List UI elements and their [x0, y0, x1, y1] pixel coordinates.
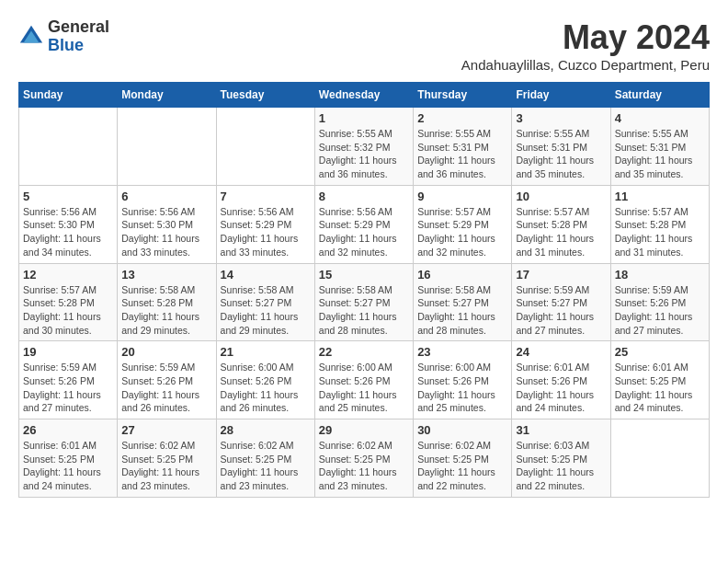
calendar-cell: [19, 108, 118, 186]
day-info: Sunrise: 5:59 AM Sunset: 5:26 PM Dayligh…: [23, 361, 113, 415]
calendar-cell: [118, 108, 216, 186]
calendar-cell: 19Sunrise: 5:59 AM Sunset: 5:26 PM Dayli…: [19, 341, 118, 419]
day-info: Sunrise: 5:58 AM Sunset: 5:28 PM Dayligh…: [121, 283, 211, 338]
calendar-cell: 12Sunrise: 5:57 AM Sunset: 5:28 PM Dayli…: [19, 263, 118, 341]
day-number: 21: [221, 345, 311, 359]
day-number: 16: [417, 268, 507, 282]
day-info: Sunrise: 5:59 AM Sunset: 5:27 PM Dayligh…: [516, 283, 606, 338]
day-number: 18: [615, 268, 705, 282]
logo-blue: Blue: [48, 37, 109, 55]
day-number: 11: [615, 190, 705, 203]
day-info: Sunrise: 5:56 AM Sunset: 5:29 PM Dayligh…: [319, 205, 409, 259]
calendar-cell: [216, 108, 314, 186]
calendar-header: SundayMondayTuesdayWednesdayThursdayFrid…: [19, 83, 710, 108]
day-header-tuesday: Tuesday: [216, 83, 314, 108]
week-row-5: 26Sunrise: 6:01 AM Sunset: 5:25 PM Dayli…: [19, 419, 710, 498]
calendar-cell: 11Sunrise: 5:57 AM Sunset: 5:28 PM Dayli…: [610, 185, 709, 263]
calendar-cell: 1Sunrise: 5:55 AM Sunset: 5:32 PM Daylig…: [314, 108, 413, 186]
day-info: Sunrise: 6:02 AM Sunset: 5:25 PM Dayligh…: [121, 439, 211, 493]
day-header-saturday: Saturday: [610, 83, 709, 108]
day-info: Sunrise: 5:56 AM Sunset: 5:30 PM Dayligh…: [121, 205, 211, 259]
day-number: 12: [23, 268, 113, 282]
calendar-cell: 15Sunrise: 5:58 AM Sunset: 5:27 PM Dayli…: [314, 263, 413, 341]
calendar-cell: 31Sunrise: 6:03 AM Sunset: 5:25 PM Dayli…: [512, 419, 610, 498]
day-info: Sunrise: 5:56 AM Sunset: 5:29 PM Dayligh…: [221, 205, 311, 259]
day-info: Sunrise: 6:02 AM Sunset: 5:25 PM Dayligh…: [319, 439, 409, 493]
day-number: 26: [23, 423, 113, 437]
day-info: Sunrise: 5:57 AM Sunset: 5:29 PM Dayligh…: [417, 205, 507, 259]
calendar-cell: [610, 419, 709, 498]
day-number: 23: [417, 345, 507, 359]
calendar-cell: 16Sunrise: 5:58 AM Sunset: 5:27 PM Dayli…: [414, 263, 512, 341]
calendar-body: 1Sunrise: 5:55 AM Sunset: 5:32 PM Daylig…: [19, 108, 710, 498]
day-header-thursday: Thursday: [414, 83, 512, 108]
logo: General Blue: [18, 18, 109, 55]
day-info: Sunrise: 5:58 AM Sunset: 5:27 PM Dayligh…: [319, 283, 409, 338]
calendar-table: SundayMondayTuesdayWednesdayThursdayFrid…: [18, 82, 710, 498]
day-header-monday: Monday: [118, 83, 216, 108]
calendar-cell: 7Sunrise: 5:56 AM Sunset: 5:29 PM Daylig…: [216, 185, 314, 263]
day-info: Sunrise: 5:58 AM Sunset: 5:27 PM Dayligh…: [221, 283, 311, 338]
day-number: 27: [121, 423, 211, 437]
calendar-cell: 10Sunrise: 5:57 AM Sunset: 5:28 PM Dayli…: [512, 185, 610, 263]
day-info: Sunrise: 5:55 AM Sunset: 5:31 PM Dayligh…: [417, 127, 507, 181]
day-number: 29: [319, 423, 409, 437]
day-info: Sunrise: 5:59 AM Sunset: 5:26 PM Dayligh…: [615, 283, 705, 338]
day-info: Sunrise: 6:03 AM Sunset: 5:25 PM Dayligh…: [516, 439, 606, 493]
calendar-cell: 21Sunrise: 6:00 AM Sunset: 5:26 PM Dayli…: [216, 341, 314, 419]
logo-text: General Blue: [48, 18, 109, 55]
day-number: 24: [516, 345, 606, 359]
calendar-cell: 3Sunrise: 5:55 AM Sunset: 5:31 PM Daylig…: [512, 108, 610, 186]
calendar-cell: 25Sunrise: 6:01 AM Sunset: 5:25 PM Dayli…: [610, 341, 709, 419]
month-title: May 2024: [461, 18, 710, 57]
day-info: Sunrise: 5:55 AM Sunset: 5:31 PM Dayligh…: [516, 127, 606, 181]
day-number: 5: [23, 190, 113, 203]
calendar-cell: 22Sunrise: 6:00 AM Sunset: 5:26 PM Dayli…: [314, 341, 413, 419]
calendar-cell: 26Sunrise: 6:01 AM Sunset: 5:25 PM Dayli…: [19, 419, 118, 498]
calendar-cell: 6Sunrise: 5:56 AM Sunset: 5:30 PM Daylig…: [118, 185, 216, 263]
day-number: 15: [319, 268, 409, 282]
calendar-cell: 2Sunrise: 5:55 AM Sunset: 5:31 PM Daylig…: [414, 108, 512, 186]
calendar-cell: 13Sunrise: 5:58 AM Sunset: 5:28 PM Dayli…: [118, 263, 216, 341]
day-info: Sunrise: 6:02 AM Sunset: 5:25 PM Dayligh…: [221, 439, 311, 493]
day-number: 10: [516, 190, 606, 203]
day-number: 20: [121, 345, 211, 359]
day-number: 6: [121, 190, 211, 203]
calendar-cell: 29Sunrise: 6:02 AM Sunset: 5:25 PM Dayli…: [314, 419, 413, 498]
day-info: Sunrise: 5:56 AM Sunset: 5:30 PM Dayligh…: [23, 205, 113, 259]
day-info: Sunrise: 5:55 AM Sunset: 5:31 PM Dayligh…: [615, 127, 705, 181]
day-info: Sunrise: 6:01 AM Sunset: 5:26 PM Dayligh…: [516, 361, 606, 415]
day-number: 30: [417, 423, 507, 437]
calendar-cell: 14Sunrise: 5:58 AM Sunset: 5:27 PM Dayli…: [216, 263, 314, 341]
calendar-cell: 18Sunrise: 5:59 AM Sunset: 5:26 PM Dayli…: [610, 263, 709, 341]
day-number: 31: [516, 423, 606, 437]
day-number: 22: [319, 345, 409, 359]
day-header-sunday: Sunday: [19, 83, 118, 108]
day-header-wednesday: Wednesday: [314, 83, 413, 108]
day-number: 8: [319, 190, 409, 203]
logo-general: General: [48, 18, 109, 37]
logo-icon: [18, 24, 44, 50]
day-info: Sunrise: 5:57 AM Sunset: 5:28 PM Dayligh…: [23, 283, 113, 338]
day-number: 2: [417, 111, 507, 125]
day-info: Sunrise: 5:57 AM Sunset: 5:28 PM Dayligh…: [615, 205, 705, 259]
day-header-friday: Friday: [512, 83, 610, 108]
day-info: Sunrise: 6:02 AM Sunset: 5:25 PM Dayligh…: [417, 439, 507, 493]
day-number: 7: [221, 190, 311, 203]
calendar-cell: 30Sunrise: 6:02 AM Sunset: 5:25 PM Dayli…: [414, 419, 512, 498]
day-info: Sunrise: 6:01 AM Sunset: 5:25 PM Dayligh…: [615, 361, 705, 415]
calendar-cell: 23Sunrise: 6:00 AM Sunset: 5:26 PM Dayli…: [414, 341, 512, 419]
calendar-cell: 5Sunrise: 5:56 AM Sunset: 5:30 PM Daylig…: [19, 185, 118, 263]
day-number: 13: [121, 268, 211, 282]
day-number: 17: [516, 268, 606, 282]
calendar-cell: 17Sunrise: 5:59 AM Sunset: 5:27 PM Dayli…: [512, 263, 610, 341]
calendar-cell: 27Sunrise: 6:02 AM Sunset: 5:25 PM Dayli…: [118, 419, 216, 498]
header-row: SundayMondayTuesdayWednesdayThursdayFrid…: [19, 83, 710, 108]
day-info: Sunrise: 6:00 AM Sunset: 5:26 PM Dayligh…: [417, 361, 507, 415]
day-info: Sunrise: 6:00 AM Sunset: 5:26 PM Dayligh…: [221, 361, 311, 415]
title-block: May 2024 Andahuaylillas, Cuzco Departmen…: [461, 18, 710, 73]
day-number: 28: [221, 423, 311, 437]
day-number: 4: [615, 111, 705, 125]
day-info: Sunrise: 5:59 AM Sunset: 5:26 PM Dayligh…: [121, 361, 211, 415]
calendar-cell: 8Sunrise: 5:56 AM Sunset: 5:29 PM Daylig…: [314, 185, 413, 263]
